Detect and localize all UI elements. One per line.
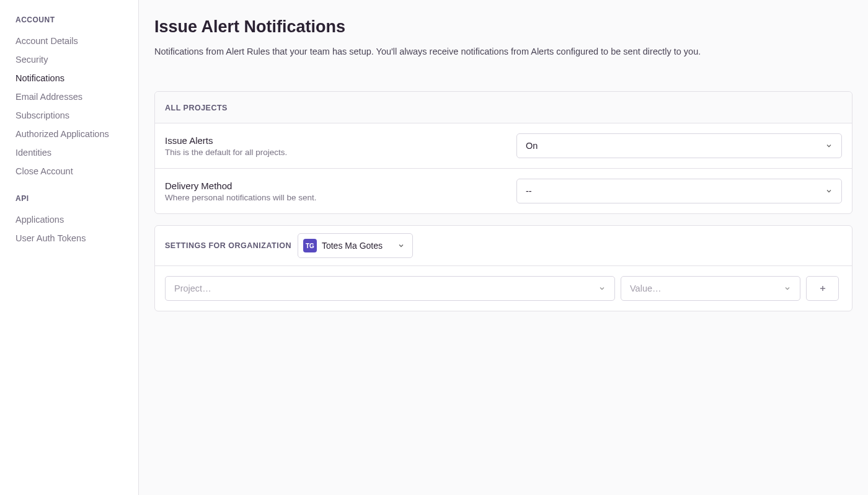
org-name: Totes Ma Gotes — [322, 241, 383, 251]
chevron-down-icon — [598, 285, 606, 292]
chevron-down-icon — [825, 187, 833, 195]
select-value-option[interactable]: Value… — [621, 276, 800, 301]
select-value: On — [526, 141, 538, 151]
org-header: SETTINGS FOR ORGANIZATION TG Totes Ma Go… — [155, 226, 852, 266]
org-avatar: TG — [303, 239, 317, 252]
row-text: Issue Alerts This is the default for all… — [165, 135, 287, 157]
project-select-wrap: Project… — [165, 276, 615, 301]
row-label: Issue Alerts — [165, 135, 287, 146]
select-placeholder: Value… — [630, 283, 662, 293]
sidebar-item-authorized-applications[interactable]: Authorized Applications — [16, 125, 138, 143]
panel-all-projects: ALL PROJECTS Issue Alerts This is the de… — [154, 91, 852, 214]
sidebar-section-api: API Applications User Auth Tokens — [16, 194, 138, 248]
row-desc: Where personal notifications will be sen… — [165, 193, 317, 202]
sidebar-item-security[interactable]: Security — [16, 50, 138, 69]
sidebar-item-identities[interactable]: Identities — [16, 143, 138, 162]
row-desc: This is the default for all projects. — [165, 148, 287, 157]
sidebar-item-account-details[interactable]: Account Details — [16, 32, 138, 50]
row-text: Delivery Method Where personal notificat… — [165, 181, 317, 202]
sidebar-item-applications[interactable]: Applications — [16, 210, 138, 229]
chevron-down-icon — [825, 142, 833, 149]
main-content: Issue Alert Notifications Notifications … — [139, 0, 868, 495]
sidebar-item-email-addresses[interactable]: Email Addresses — [16, 87, 138, 106]
chevron-down-icon — [397, 242, 405, 249]
chevron-down-icon — [784, 285, 791, 292]
sidebar-item-subscriptions[interactable]: Subscriptions — [16, 106, 138, 125]
sidebar: ACCOUNT Account Details Security Notific… — [0, 0, 139, 495]
sidebar-section-account: ACCOUNT Account Details Security Notific… — [16, 16, 138, 181]
panel-header: ALL PROJECTS — [155, 92, 852, 123]
plus-icon — [818, 284, 827, 293]
select-issue-alerts[interactable]: On — [516, 133, 842, 158]
value-select-wrap: Value… — [621, 276, 800, 301]
row-delivery-method: Delivery Method Where personal notificat… — [155, 168, 852, 213]
page-title: Issue Alert Notifications — [154, 17, 852, 37]
panel-header-text: ALL PROJECTS — [165, 104, 228, 112]
sidebar-item-user-auth-tokens[interactable]: User Auth Tokens — [16, 229, 138, 248]
select-placeholder: Project… — [174, 283, 211, 293]
sidebar-section-title: ACCOUNT — [16, 16, 138, 24]
row-label: Delivery Method — [165, 181, 317, 191]
select-value: -- — [526, 186, 532, 196]
select-organization[interactable]: TG Totes Ma Gotes — [298, 233, 413, 258]
select-project[interactable]: Project… — [165, 276, 615, 301]
add-button[interactable] — [806, 276, 839, 301]
panel-org-settings: SETTINGS FOR ORGANIZATION TG Totes Ma Go… — [154, 225, 852, 311]
sidebar-section-title: API — [16, 194, 138, 203]
org-label: SETTINGS FOR ORGANIZATION — [165, 241, 291, 250]
select-delivery-method[interactable]: -- — [516, 179, 842, 203]
sidebar-item-notifications[interactable]: Notifications — [16, 69, 138, 87]
sidebar-item-close-account[interactable]: Close Account — [16, 162, 138, 181]
page-subtitle: Notifications from Alert Rules that your… — [154, 47, 852, 56]
project-row: Project… Value… — [155, 266, 852, 311]
row-issue-alerts: Issue Alerts This is the default for all… — [155, 123, 852, 168]
